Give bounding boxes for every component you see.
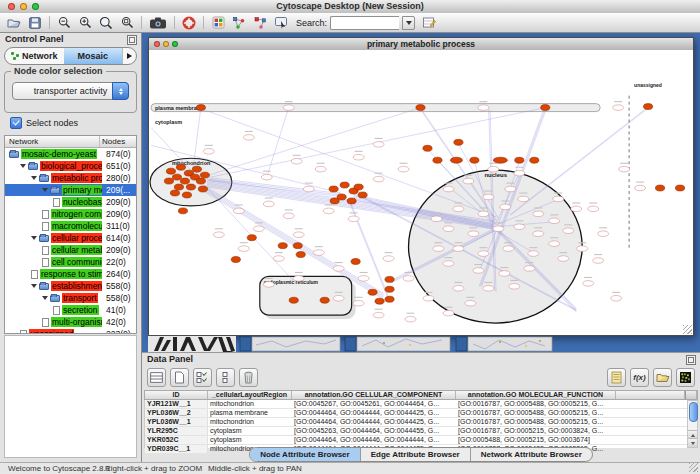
tabs-overflow-button[interactable] [122,48,136,64]
delete-attribute-button[interactable] [239,368,258,387]
network-node[interactable] [528,251,539,257]
network-node[interactable] [443,261,454,267]
snapshot-button[interactable] [146,14,170,31]
network-node[interactable] [619,166,630,172]
table-row-ypl036w-1[interactable]: YPL036W__1mitochondrion[GO:0044464, GO:0… [145,418,687,427]
tree-row-mosaic-demo-yeast[interactable]: mosaic-demo-yeast874(0) [5,148,136,160]
network-node-selected[interactable] [385,296,394,302]
network-node[interactable] [405,316,416,322]
tree-row-metabolic-process[interactable]: metabolic process280(0) [5,172,136,184]
network-node[interactable] [263,282,274,288]
network-node[interactable] [588,206,599,212]
column-header-id[interactable]: ID [145,391,208,399]
network-node[interactable] [443,310,454,316]
expander-icon[interactable] [31,176,37,180]
open-network-button[interactable] [4,14,24,31]
float-panel-icon[interactable] [127,35,137,45]
network-node-selected[interactable] [340,182,349,188]
network-node-selected[interactable] [296,252,305,258]
table-row-ypl036w-2[interactable]: YPL036W__2plasma membrane[GO:0044464, GO… [145,409,687,418]
network-node[interactable] [549,218,560,224]
network-node-selected[interactable] [186,184,195,190]
network-node-selected[interactable] [375,298,384,304]
select-all-attributes-button[interactable] [147,368,166,387]
expander-icon[interactable] [20,164,26,168]
network-node[interactable] [358,276,369,282]
network-node[interactable] [518,196,529,202]
tab-network-attribute-browser[interactable]: Network Attribute Browser [471,448,592,461]
network-node[interactable] [500,204,511,210]
network-node[interactable] [291,158,302,164]
network-node[interactable] [499,271,510,277]
network-node[interactable] [213,232,224,238]
network-node-selected[interactable] [293,243,302,249]
network-node[interactable] [549,241,560,247]
network-node-selected[interactable] [320,297,329,303]
window-fragment-thumb[interactable] [456,337,467,351]
import-network-button[interactable] [229,14,249,31]
network-node[interactable] [398,166,409,172]
network-node[interactable] [353,154,364,160]
network-node[interactable] [583,281,594,287]
network-node[interactable] [431,216,442,222]
network-node[interactable] [533,211,544,217]
network-node[interactable] [333,266,344,272]
tree-row-nitrogen-compo[interactable]: nitrogen compo209(0) [5,208,136,220]
network-node[interactable] [238,246,249,252]
network-node[interactable] [509,284,520,290]
tree-row-secretion[interactable]: secretion41(0) [5,304,136,316]
network-node[interactable] [243,135,254,141]
table-scrollbar[interactable] [687,400,698,448]
table-row-ykr052c[interactable]: YKR052Ccytoplasm[GO:0044464, GO:0044446,… [145,436,687,445]
network-node-selected[interactable] [358,192,367,198]
attribute-editor-button[interactable] [419,14,439,31]
network-node-selected[interactable] [450,157,462,163]
network-node[interactable] [443,186,454,192]
table-row-ylr295c[interactable]: YLR295Ccytoplasm[GO:0045263, GO:0044464,… [145,427,687,436]
network-node[interactable] [315,166,326,172]
tree-row-biological-process[interactable]: biological_process651(0) [5,160,136,172]
matrix-view-button[interactable] [676,368,695,387]
network-node[interactable] [423,295,434,301]
tree-row-multi-organism-pro[interactable]: multi-organism pro42(0) [5,316,136,328]
network-node[interactable] [533,231,544,237]
expander-icon[interactable] [42,188,48,192]
network-node-selected[interactable] [196,105,205,111]
network-node[interactable] [505,186,516,192]
network-node[interactable] [577,246,588,252]
network-node[interactable] [473,268,484,274]
tree-column-nodes[interactable]: Nodes [100,136,136,147]
zoom-in-button[interactable] [75,14,95,31]
network-node[interactable] [261,174,272,180]
network-node[interactable] [563,228,574,234]
network-node-selected[interactable] [166,168,175,174]
network-node[interactable] [293,276,304,282]
network-node[interactable] [283,213,294,219]
app-resize-grip[interactable] [689,463,698,472]
column-header-annotation-go-cellular-component[interactable]: annotation.GO CELLULAR_COMPONENT [292,391,456,399]
network-node[interactable] [323,208,334,214]
tab-node-attribute-browser[interactable]: Node Attribute Browser [250,448,361,461]
node-color-dropdown[interactable]: transporter activity [12,82,129,100]
network-node-selected[interactable] [182,192,191,198]
network-node[interactable] [478,105,489,111]
network-node[interactable] [443,226,454,232]
network-node-selected[interactable] [329,186,338,192]
network-node-selected[interactable] [541,105,550,111]
window-fragment-thumb[interactable] [240,337,251,351]
network-node[interactable] [313,250,324,256]
select-attributes-button[interactable] [193,368,212,387]
network-node-selected[interactable] [192,166,201,172]
expander-icon[interactable] [31,236,37,240]
search-options-dropdown[interactable] [402,16,415,30]
network-node-selected[interactable] [198,186,207,192]
network-node[interactable] [478,211,489,217]
zoom-selected-button[interactable] [96,14,116,31]
network-node[interactable] [493,226,504,232]
network-node-selected[interactable] [643,104,652,110]
network-node[interactable] [463,178,474,184]
network-node-selected[interactable] [289,297,298,303]
network-node-selected[interactable] [180,178,189,184]
background-windows-strip[interactable] [148,336,694,352]
birdseye-view-panel[interactable] [4,335,137,458]
